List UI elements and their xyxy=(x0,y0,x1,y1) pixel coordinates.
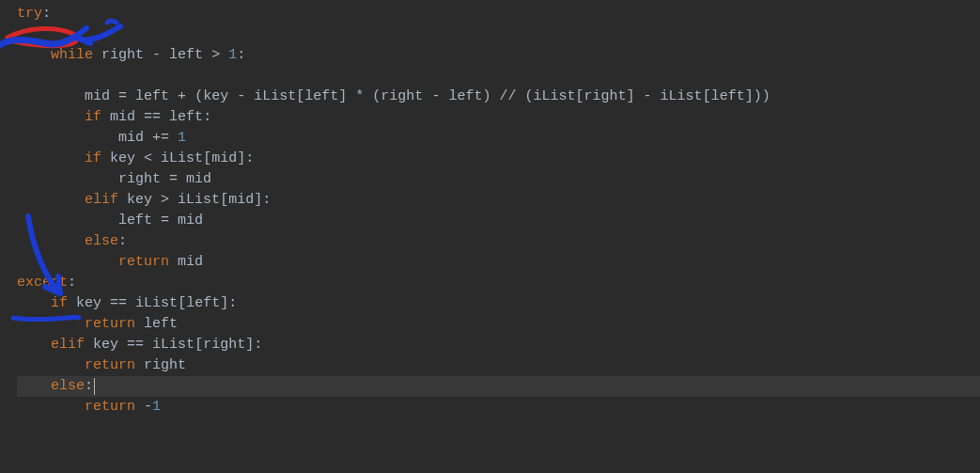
token-op: - xyxy=(644,88,652,104)
code-line[interactable]: return right xyxy=(17,355,980,376)
token-kw: except xyxy=(17,275,68,291)
line-content: left = mid xyxy=(17,211,203,231)
token-op: == xyxy=(144,109,161,125)
token-num: 1 xyxy=(228,47,237,63)
token-kw: return xyxy=(85,399,135,415)
line-content: return -1 xyxy=(17,397,161,418)
line-content: else: xyxy=(17,376,93,397)
token-id: right xyxy=(381,88,423,104)
token-op: + xyxy=(178,88,186,104)
code-line[interactable] xyxy=(17,66,980,87)
token-br: ] xyxy=(237,150,245,166)
code-line[interactable]: if mid == left: xyxy=(17,107,980,128)
token-br: ] xyxy=(254,192,262,208)
token-kw: else xyxy=(85,233,118,249)
code-line[interactable] xyxy=(17,24,980,45)
code-line[interactable]: mid = left + (key - iList[left] * (right… xyxy=(17,87,980,107)
token-kw: while xyxy=(51,47,93,63)
token-id: left xyxy=(118,213,152,229)
token-id: right xyxy=(118,171,161,187)
token-kw: elif xyxy=(85,192,118,208)
token-br: [ xyxy=(703,88,711,104)
token-id: left xyxy=(135,88,169,104)
code-line[interactable]: return -1 xyxy=(17,397,980,418)
token-id: key xyxy=(203,88,228,104)
code-line[interactable]: if key < iList[mid]: xyxy=(17,149,980,169)
code-line[interactable]: try: xyxy=(17,4,980,24)
code-line[interactable]: while right - left > 1: xyxy=(17,45,980,66)
token-kw: if xyxy=(85,150,101,166)
code-editor[interactable]: try: while right - left > 1: mid = left … xyxy=(0,0,980,418)
code-line[interactable]: elif key == iList[right]: xyxy=(17,335,980,355)
text-cursor xyxy=(94,378,95,395)
code-line[interactable]: return mid xyxy=(17,252,980,273)
line-content: if key < iList[mid]: xyxy=(17,149,254,169)
line-content: elif key > iList[mid]: xyxy=(17,190,271,211)
token-id: mid xyxy=(228,192,254,208)
code-line[interactable]: else: xyxy=(17,231,980,252)
token-br: ] xyxy=(627,88,635,104)
line-content: return right xyxy=(17,355,186,376)
token-op: : xyxy=(254,337,262,353)
token-id: iList xyxy=(135,295,178,311)
token-op: : xyxy=(68,275,76,291)
token-id: right xyxy=(584,88,627,104)
code-line[interactable]: except: xyxy=(17,273,980,293)
token-op: : xyxy=(203,109,211,125)
token-op: > xyxy=(161,192,169,208)
token-id: key xyxy=(110,150,135,166)
token-id: mid xyxy=(118,130,144,146)
token-op: = xyxy=(118,88,127,104)
token-id: iList xyxy=(161,150,203,166)
token-op: == xyxy=(127,337,144,353)
token-op: - xyxy=(152,47,161,63)
token-br: [ xyxy=(194,337,203,353)
token-op: - xyxy=(237,88,245,104)
token-id: key xyxy=(76,295,101,311)
token-id: iList xyxy=(254,88,296,104)
line-content: try: xyxy=(17,4,51,24)
token-op: : xyxy=(245,150,254,166)
token-op: : xyxy=(237,47,245,63)
token-id: left xyxy=(169,47,203,63)
line-content: right = mid xyxy=(17,169,211,190)
token-id: left xyxy=(711,88,745,104)
token-br: ( xyxy=(524,88,533,104)
code-line[interactable]: elif key > iList[mid]: xyxy=(17,190,980,211)
line-content: elif key == iList[right]: xyxy=(17,335,262,355)
token-br: [ xyxy=(576,88,584,104)
token-br: ) xyxy=(754,88,762,104)
token-kw: return xyxy=(118,254,169,270)
token-id: iList xyxy=(534,88,576,104)
line-content: if key == iList[left]: xyxy=(17,293,237,314)
token-id: mid xyxy=(211,150,237,166)
token-id: mid xyxy=(178,254,203,270)
token-op: : xyxy=(262,192,271,208)
token-kw: else xyxy=(51,378,85,394)
token-id: iList xyxy=(152,337,194,353)
token-op: : xyxy=(42,6,51,22)
token-id: iList xyxy=(178,192,220,208)
token-br: ( xyxy=(194,88,203,104)
token-op: > xyxy=(211,47,220,63)
line-content: except: xyxy=(17,273,76,293)
line-content: if mid == left: xyxy=(17,107,211,128)
token-kw: if xyxy=(85,109,101,125)
token-op: : xyxy=(228,295,237,311)
token-id: mid xyxy=(186,171,211,187)
token-kw: if xyxy=(51,295,68,311)
code-line[interactable]: left = mid xyxy=(17,211,980,231)
token-br: ] xyxy=(338,88,347,104)
partial-line xyxy=(17,0,980,4)
token-id: key xyxy=(127,192,152,208)
token-br: ( xyxy=(372,88,381,104)
line-content: return left xyxy=(17,314,178,335)
code-line[interactable]: mid += 1 xyxy=(17,128,980,149)
token-br: ] xyxy=(220,295,228,311)
code-line[interactable]: if key == iList[left]: xyxy=(17,293,980,314)
code-line[interactable]: else: xyxy=(17,376,980,397)
code-line[interactable]: right = mid xyxy=(17,169,980,190)
code-line[interactable]: return left xyxy=(17,314,980,335)
token-id: right xyxy=(101,47,144,63)
token-br: [ xyxy=(178,295,186,311)
